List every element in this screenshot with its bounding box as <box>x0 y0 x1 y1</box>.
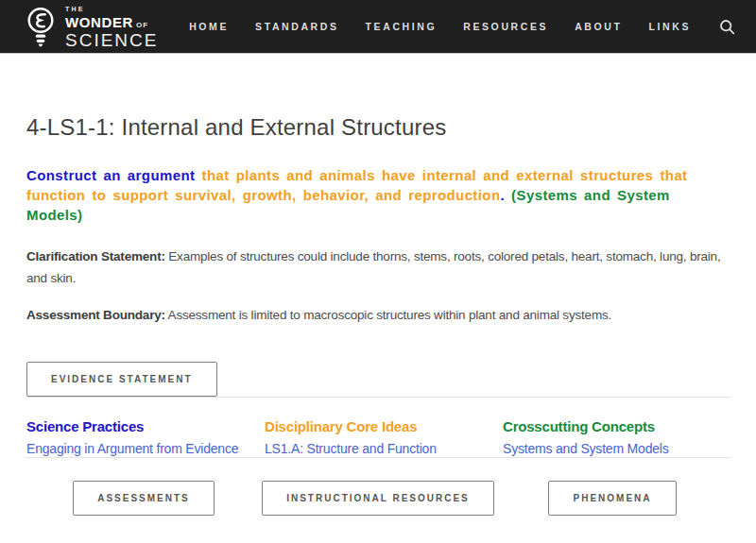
performance-expectation: Construct an argument that plants and an… <box>26 165 728 225</box>
content-area: 4-LS1-1: Internal and External Structure… <box>0 114 756 516</box>
divider <box>26 457 730 458</box>
assessments-button[interactable]: ASSESSMENTS <box>73 481 215 516</box>
nav-item-resources[interactable]: RESOURCES <box>463 21 548 32</box>
column-science-practices: Science Practices Engaging in Argument f… <box>26 418 253 457</box>
logo-word-of: OF <box>136 22 148 29</box>
science-practices-heading: Science Practices <box>26 418 253 434</box>
crosscutting-concepts-link[interactable]: Systems and System Models <box>503 441 669 456</box>
nav-item-teaching[interactable]: TEACHING <box>366 21 438 32</box>
instructional-resources-button[interactable]: INSTRUCTIONAL RESOURCES <box>262 481 494 516</box>
logo-word-wonder: WONDER <box>65 15 133 29</box>
evidence-statement-button[interactable]: EVIDENCE STATEMENT <box>26 362 217 397</box>
main-nav: HOME STANDARDS TEACHING RESOURCES ABOUT … <box>189 19 735 35</box>
divider <box>26 397 730 398</box>
disciplinary-core-ideas-heading: Disciplinary Core Ideas <box>265 418 491 434</box>
logo-word-the: THE <box>65 6 158 12</box>
crosscutting-concepts-heading: Crosscutting Concepts <box>503 418 730 434</box>
site-logo[interactable]: THE WONDER OF SCIENCE <box>25 6 158 49</box>
search-icon[interactable] <box>719 19 735 35</box>
disciplinary-core-ideas-link[interactable]: LS1.A: Structure and Function <box>265 441 437 456</box>
nav-item-standards[interactable]: STANDARDS <box>255 21 339 32</box>
dimension-columns: Science Practices Engaging in Argument f… <box>26 418 730 457</box>
assessment-boundary-text: Assessment is limited to macroscopic str… <box>165 308 611 322</box>
site-logo-text: THE WONDER OF SCIENCE <box>65 6 158 49</box>
clarification-label: Clarification Statement: <box>26 249 165 263</box>
phenomena-button[interactable]: PHENOMENA <box>548 481 676 516</box>
column-disciplinary-core-ideas: Disciplinary Core Ideas LS1.A: Structure… <box>265 418 491 457</box>
page-title: 4-LS1-1: Internal and External Structure… <box>26 114 730 141</box>
assessment-boundary: Assessment Boundary: Assessment is limit… <box>26 304 730 326</box>
bottom-buttons-row: ASSESSMENTS INSTRUCTIONAL RESOURCES PHEN… <box>26 481 730 516</box>
nav-item-links[interactable]: LINKS <box>649 21 692 32</box>
nav-item-about[interactable]: ABOUT <box>575 21 622 32</box>
clarification-statement: Clarification Statement: Examples of str… <box>26 246 730 289</box>
lightbulb-icon <box>25 7 57 48</box>
column-crosscutting-concepts: Crosscutting Concepts Systems and System… <box>503 418 730 457</box>
top-nav-bar: THE WONDER OF SCIENCE HOME STANDARDS TEA… <box>0 0 756 54</box>
science-practices-link[interactable]: Engaging in Argument from Evidence <box>26 441 238 456</box>
assessment-boundary-label: Assessment Boundary: <box>26 308 165 322</box>
logo-word-science: SCIENCE <box>65 31 158 49</box>
nav-item-home[interactable]: HOME <box>189 21 229 32</box>
pe-practice-text: Construct an argument <box>26 167 195 183</box>
